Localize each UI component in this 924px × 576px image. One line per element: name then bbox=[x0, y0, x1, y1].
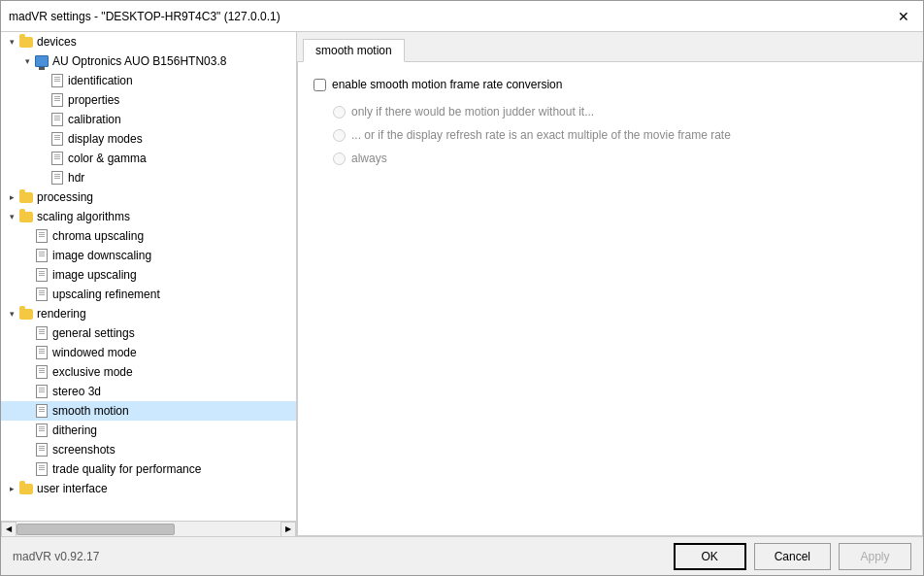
tab-content: enable smooth motion frame rate conversi… bbox=[297, 62, 923, 536]
tree-item-calibration[interactable]: calibration bbox=[1, 110, 296, 129]
cancel-button[interactable]: Cancel bbox=[754, 543, 831, 570]
close-button[interactable]: ✕ bbox=[892, 7, 915, 26]
expander-devices[interactable]: ▾ bbox=[5, 37, 18, 47]
tree-item-au-optronics[interactable]: ▾AU Optronics AUO B156HTN03.8 bbox=[1, 51, 296, 71]
tab-smooth-motion[interactable]: smooth motion bbox=[303, 39, 405, 62]
doc-icon bbox=[51, 113, 63, 126]
tree-label-windowed-mode: windowed mode bbox=[52, 346, 137, 359]
doc-icon bbox=[36, 268, 48, 282]
radio-label-judder: only if there would be motion judder wit… bbox=[351, 105, 594, 119]
radio-always[interactable] bbox=[333, 152, 346, 165]
window-title: madVR settings - "DESKTOP-HR9T4C3" (127.… bbox=[9, 10, 280, 23]
tree-item-display-modes[interactable]: display modes bbox=[1, 129, 296, 149]
tree-item-image-downscaling[interactable]: image downscaling bbox=[1, 246, 296, 265]
tree-item-upscaling-refinement[interactable]: upscaling refinement bbox=[1, 285, 296, 304]
tree-item-user-interface[interactable]: ▸user interface bbox=[1, 479, 296, 498]
doc-icon-display-modes bbox=[50, 131, 65, 147]
tree-label-calibration: calibration bbox=[68, 113, 121, 126]
tree-label-image-downscaling: image downscaling bbox=[52, 249, 151, 262]
tree-label-upscaling-refinement: upscaling refinement bbox=[52, 288, 160, 301]
apply-button[interactable]: Apply bbox=[839, 543, 911, 570]
folder-icon-user-interface bbox=[18, 481, 34, 496]
tree-label-screenshots: screenshots bbox=[52, 443, 116, 457]
doc-icon bbox=[36, 288, 48, 301]
ok-button[interactable]: OK bbox=[674, 543, 746, 570]
tree-label-color-gamma: color & gamma bbox=[68, 152, 147, 165]
tab-bar: smooth motion bbox=[297, 32, 923, 62]
doc-icon-upscaling-refinement bbox=[34, 287, 50, 302]
doc-icon-properties bbox=[50, 92, 65, 108]
radio-only-if-judder[interactable] bbox=[333, 106, 346, 119]
monitor-icon-au-optronics bbox=[34, 53, 50, 69]
tree-label-exclusive-mode: exclusive mode bbox=[52, 365, 133, 379]
tree-item-windowed-mode[interactable]: windowed mode bbox=[1, 343, 296, 362]
scroll-track[interactable] bbox=[16, 522, 280, 537]
doc-icon bbox=[36, 404, 48, 418]
tree-item-image-upscaling[interactable]: image upscaling bbox=[1, 265, 296, 285]
tree-item-devices[interactable]: ▾devices bbox=[1, 32, 296, 51]
enable-smooth-checkbox[interactable] bbox=[314, 79, 326, 91]
doc-icon bbox=[51, 171, 63, 185]
tree-item-rendering[interactable]: ▾rendering bbox=[1, 304, 296, 323]
doc-icon bbox=[36, 443, 48, 457]
main-content: ▾devices▾AU Optronics AUO B156HTN03.8 id… bbox=[1, 32, 923, 536]
tree-item-trade-quality[interactable]: trade quality for performance bbox=[1, 459, 296, 479]
radio-group: only if there would be motion judder wit… bbox=[314, 105, 907, 165]
doc-icon bbox=[36, 229, 48, 243]
tree-item-stereo-3d[interactable]: stereo 3d bbox=[1, 382, 296, 401]
tree-item-chroma-upscaling[interactable]: chroma upscaling bbox=[1, 226, 296, 246]
tree-label-dithering: dithering bbox=[52, 424, 97, 437]
enable-smooth-label[interactable]: enable smooth motion frame rate conversi… bbox=[332, 78, 562, 91]
enable-checkbox-row: enable smooth motion frame rate conversi… bbox=[314, 78, 907, 91]
tree-item-general-settings[interactable]: general settings bbox=[1, 323, 296, 343]
tree-item-screenshots[interactable]: screenshots bbox=[1, 440, 296, 459]
tree-label-general-settings: general settings bbox=[52, 326, 135, 340]
tree-item-identification[interactable]: identification bbox=[1, 71, 296, 90]
tree-label-properties: properties bbox=[68, 93, 119, 107]
tree-items-container[interactable]: ▾devices▾AU Optronics AUO B156HTN03.8 id… bbox=[1, 32, 296, 521]
doc-icon-stereo-3d bbox=[34, 384, 50, 399]
tree-item-hdr[interactable]: hdr bbox=[1, 168, 296, 187]
expander-au-optronics[interactable]: ▾ bbox=[20, 56, 34, 66]
expander-scaling-algorithms[interactable]: ▾ bbox=[5, 212, 18, 221]
expander-rendering[interactable]: ▾ bbox=[5, 309, 18, 319]
doc-icon bbox=[36, 346, 48, 359]
scroll-right-button[interactable]: ▶ bbox=[280, 522, 296, 537]
scroll-left-button[interactable]: ◀ bbox=[1, 522, 16, 537]
right-panel: smooth motion enable smooth motion frame… bbox=[297, 32, 923, 536]
folder-icon-scaling-algorithms bbox=[18, 209, 34, 224]
doc-icon-hdr bbox=[50, 170, 65, 186]
main-window: madVR settings - "DESKTOP-HR9T4C3" (127.… bbox=[0, 0, 924, 576]
doc-icon bbox=[36, 326, 48, 340]
doc-icon-calibration bbox=[50, 112, 65, 127]
expander-processing[interactable]: ▸ bbox=[5, 192, 18, 202]
doc-icon bbox=[36, 365, 48, 379]
radio-label-always: always bbox=[351, 152, 387, 165]
radio-or-if-multiple[interactable] bbox=[333, 129, 346, 142]
radio-row-multiple: ... or if the display refresh rate is an… bbox=[333, 128, 907, 142]
expander-user-interface[interactable]: ▸ bbox=[5, 484, 18, 493]
doc-icon bbox=[51, 74, 63, 87]
tree-label-au-optronics: AU Optronics AUO B156HTN03.8 bbox=[52, 54, 226, 68]
doc-icon-dithering bbox=[34, 423, 50, 438]
doc-icon bbox=[51, 93, 63, 107]
folder-icon bbox=[19, 484, 33, 494]
doc-icon-chroma-upscaling bbox=[34, 228, 50, 244]
doc-icon bbox=[36, 462, 48, 476]
scroll-thumb[interactable] bbox=[16, 524, 175, 535]
doc-icon-windowed-mode bbox=[34, 345, 50, 360]
tree-item-scaling-algorithms[interactable]: ▾scaling algorithms bbox=[1, 207, 296, 226]
tree-item-dithering[interactable]: dithering bbox=[1, 421, 296, 440]
tree-item-smooth-motion[interactable]: smooth motion bbox=[1, 401, 296, 421]
doc-icon-color-gamma bbox=[50, 151, 65, 166]
tree-item-properties[interactable]: properties bbox=[1, 90, 296, 110]
horizontal-scrollbar[interactable]: ◀ ▶ bbox=[1, 521, 296, 536]
tree-label-hdr: hdr bbox=[68, 171, 84, 185]
tree-item-exclusive-mode[interactable]: exclusive mode bbox=[1, 362, 296, 382]
bottom-bar: madVR v0.92.17 OK Cancel Apply bbox=[1, 536, 923, 575]
tree-item-color-gamma[interactable]: color & gamma bbox=[1, 149, 296, 168]
tree-item-processing[interactable]: ▸processing bbox=[1, 187, 296, 207]
tree-label-display-modes: display modes bbox=[68, 132, 143, 146]
folder-icon bbox=[19, 192, 33, 203]
doc-icon-image-downscaling bbox=[34, 248, 50, 263]
